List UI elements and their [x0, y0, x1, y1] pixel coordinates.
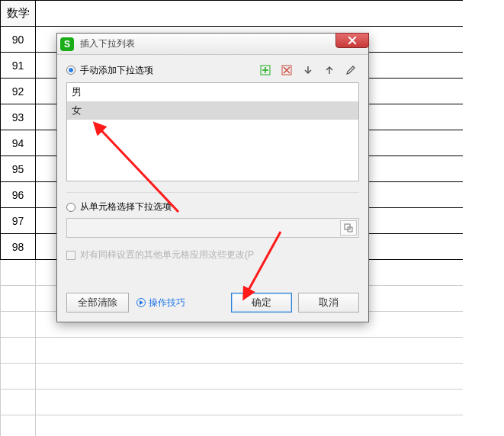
- cell: [1, 415, 36, 437]
- cell: 93: [1, 104, 36, 130]
- delete-option-button[interactable]: [278, 63, 295, 78]
- list-item[interactable]: 女: [67, 101, 358, 120]
- checkbox-icon: [66, 251, 75, 260]
- list-item[interactable]: 男: [67, 83, 358, 101]
- edit-option-button[interactable]: [342, 63, 359, 78]
- cell: [36, 1, 463, 27]
- dialog-titlebar[interactable]: S 插入下拉列表: [57, 34, 368, 55]
- app-icon: S: [60, 37, 74, 51]
- play-icon: [136, 298, 146, 307]
- ok-button[interactable]: 确定: [231, 293, 292, 313]
- delete-icon: [281, 65, 292, 75]
- cell: [36, 364, 463, 390]
- cell: [1, 312, 36, 338]
- radio-manual-add[interactable]: 手动添加下拉选项: [66, 64, 153, 77]
- pencil-icon: [345, 65, 356, 75]
- close-icon: [348, 36, 357, 45]
- range-input: [66, 218, 359, 238]
- add-option-button[interactable]: [257, 63, 274, 78]
- cell: 94: [1, 130, 36, 156]
- dialog-title: 插入下拉列表: [80, 37, 135, 50]
- radio-label: 从单元格选择下拉选项: [80, 200, 172, 213]
- cell: [1, 390, 36, 415]
- cell: 91: [1, 53, 36, 79]
- cell: 96: [1, 182, 36, 208]
- tips-link[interactable]: 操作技巧: [136, 297, 185, 309]
- cell: [36, 390, 463, 415]
- cell: [1, 364, 36, 390]
- option-toolbar: [257, 63, 359, 78]
- cell: 97: [1, 208, 36, 234]
- col-header: 数学: [1, 1, 36, 27]
- tips-label: 操作技巧: [149, 297, 185, 309]
- range-picker-icon: [344, 223, 353, 232]
- cell: [1, 338, 36, 364]
- clear-all-button[interactable]: 全部清除: [66, 293, 129, 313]
- add-icon: [260, 65, 271, 75]
- cell: 98: [1, 234, 36, 260]
- cell: [1, 260, 36, 286]
- radio-label: 手动添加下拉选项: [80, 64, 153, 77]
- insert-dropdown-dialog: S 插入下拉列表 手动添加下拉选项: [56, 33, 369, 322]
- cell: 92: [1, 79, 36, 104]
- radio-from-range[interactable]: 从单元格选择下拉选项: [66, 200, 359, 213]
- arrow-up-icon: [324, 65, 335, 75]
- move-up-button[interactable]: [321, 63, 338, 78]
- cell: [36, 415, 463, 437]
- cell: [1, 286, 36, 312]
- radio-icon: [66, 66, 75, 75]
- close-button[interactable]: [335, 33, 369, 48]
- move-down-button[interactable]: [300, 63, 316, 78]
- apply-same-settings: 对有同样设置的其他单元格应用这些更改(P: [66, 248, 359, 261]
- cell: 95: [1, 156, 36, 182]
- radio-icon: [66, 203, 75, 212]
- options-listbox[interactable]: 男 女: [66, 82, 359, 181]
- cell: [36, 338, 463, 364]
- arrow-down-icon: [303, 65, 313, 75]
- checkbox-label: 对有同样设置的其他单元格应用这些更改(P: [80, 248, 254, 261]
- range-picker-button[interactable]: [340, 220, 357, 236]
- cancel-button[interactable]: 取消: [298, 293, 359, 313]
- cell: 90: [1, 27, 36, 53]
- separator: [66, 192, 359, 193]
